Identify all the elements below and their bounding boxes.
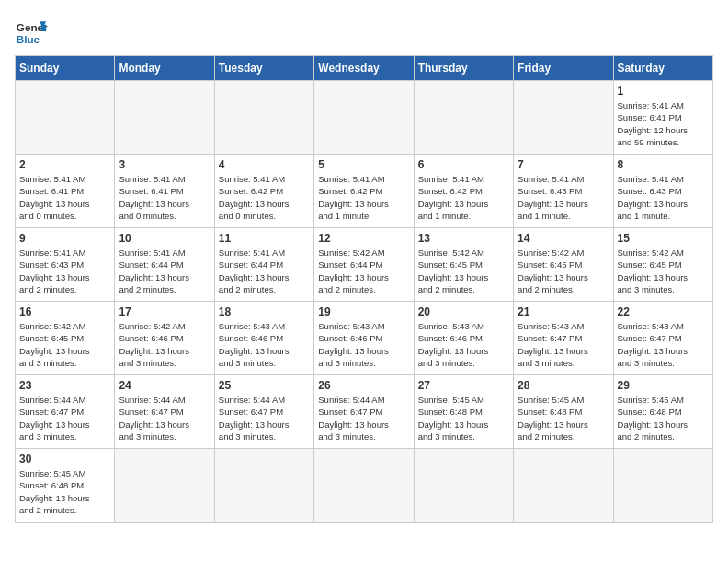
day-number: 25 — [219, 379, 310, 392]
day-info: Sunrise: 5:42 AM Sunset: 6:45 PM Dayligh… — [418, 247, 509, 295]
day-number: 19 — [318, 305, 409, 318]
calendar-cell: 14Sunrise: 5:42 AM Sunset: 6:45 PM Dayli… — [514, 228, 613, 302]
calendar-week-2: 2Sunrise: 5:41 AM Sunset: 6:41 PM Daylig… — [16, 155, 713, 228]
day-info: Sunrise: 5:42 AM Sunset: 6:45 PM Dayligh… — [19, 320, 110, 369]
day-info: Sunrise: 5:43 AM Sunset: 6:47 PM Dayligh… — [518, 320, 609, 369]
day-number: 3 — [119, 158, 210, 171]
day-info: Sunrise: 5:44 AM Sunset: 6:47 PM Dayligh… — [219, 394, 310, 442]
header: General Blue — [15, 15, 713, 48]
calendar-cell: 19Sunrise: 5:43 AM Sunset: 6:46 PM Dayli… — [314, 302, 414, 375]
weekday-header-sunday: Sunday — [16, 56, 115, 81]
day-number: 15 — [618, 232, 709, 245]
calendar-cell: 4Sunrise: 5:41 AM Sunset: 6:42 PM Daylig… — [214, 155, 313, 228]
calendar-cell: 20Sunrise: 5:43 AM Sunset: 6:46 PM Dayli… — [414, 302, 513, 375]
day-number: 14 — [518, 232, 609, 245]
day-number: 29 — [618, 379, 709, 392]
calendar-week-6: 30Sunrise: 5:45 AM Sunset: 6:48 PM Dayli… — [16, 449, 713, 523]
day-info: Sunrise: 5:41 AM Sunset: 6:43 PM Dayligh… — [19, 247, 110, 295]
day-info: Sunrise: 5:41 AM Sunset: 6:41 PM Dayligh… — [119, 173, 210, 222]
day-number: 7 — [518, 158, 609, 171]
logo: General Blue — [15, 15, 48, 48]
day-number: 17 — [119, 305, 210, 318]
day-info: Sunrise: 5:43 AM Sunset: 6:46 PM Dayligh… — [219, 320, 310, 369]
day-info: Sunrise: 5:44 AM Sunset: 6:47 PM Dayligh… — [19, 394, 110, 442]
day-info: Sunrise: 5:43 AM Sunset: 6:47 PM Dayligh… — [618, 320, 709, 369]
calendar-cell: 6Sunrise: 5:41 AM Sunset: 6:42 PM Daylig… — [414, 155, 513, 228]
day-number: 11 — [219, 232, 310, 245]
day-info: Sunrise: 5:42 AM Sunset: 6:45 PM Dayligh… — [618, 247, 709, 295]
calendar-cell: 10Sunrise: 5:41 AM Sunset: 6:44 PM Dayli… — [115, 228, 214, 302]
day-info: Sunrise: 5:45 AM Sunset: 6:48 PM Dayligh… — [19, 467, 110, 516]
weekday-header-thursday: Thursday — [414, 56, 513, 81]
calendar-cell: 30Sunrise: 5:45 AM Sunset: 6:48 PM Dayli… — [16, 449, 115, 523]
calendar-week-3: 9Sunrise: 5:41 AM Sunset: 6:43 PM Daylig… — [16, 228, 713, 302]
calendar-cell — [16, 81, 115, 155]
day-info: Sunrise: 5:41 AM Sunset: 6:42 PM Dayligh… — [219, 173, 310, 222]
day-info: Sunrise: 5:41 AM Sunset: 6:43 PM Dayligh… — [618, 173, 709, 222]
calendar-cell — [115, 449, 214, 523]
day-number: 22 — [618, 305, 709, 318]
day-info: Sunrise: 5:45 AM Sunset: 6:48 PM Dayligh… — [418, 394, 509, 442]
calendar-cell: 15Sunrise: 5:42 AM Sunset: 6:45 PM Dayli… — [613, 228, 712, 302]
day-number: 4 — [219, 158, 310, 171]
day-number: 18 — [219, 305, 310, 318]
day-info: Sunrise: 5:42 AM Sunset: 6:46 PM Dayligh… — [119, 320, 210, 369]
calendar-cell: 18Sunrise: 5:43 AM Sunset: 6:46 PM Dayli… — [214, 302, 313, 375]
day-number: 5 — [318, 158, 409, 171]
day-info: Sunrise: 5:45 AM Sunset: 6:48 PM Dayligh… — [618, 394, 709, 442]
calendar-table: SundayMondayTuesdayWednesdayThursdayFrid… — [15, 55, 713, 523]
calendar-cell: 26Sunrise: 5:44 AM Sunset: 6:47 PM Dayli… — [314, 375, 414, 449]
day-number: 24 — [119, 379, 210, 392]
day-info: Sunrise: 5:41 AM Sunset: 6:44 PM Dayligh… — [219, 247, 310, 295]
calendar-cell: 5Sunrise: 5:41 AM Sunset: 6:42 PM Daylig… — [314, 155, 414, 228]
day-number: 1 — [618, 85, 709, 98]
day-number: 26 — [318, 379, 409, 392]
weekday-header-tuesday: Tuesday — [214, 56, 313, 81]
day-number: 13 — [418, 232, 509, 245]
day-info: Sunrise: 5:41 AM Sunset: 6:42 PM Dayligh… — [318, 173, 409, 222]
day-info: Sunrise: 5:43 AM Sunset: 6:46 PM Dayligh… — [318, 320, 409, 369]
day-number: 27 — [418, 379, 509, 392]
day-number: 16 — [19, 305, 110, 318]
calendar-cell: 23Sunrise: 5:44 AM Sunset: 6:47 PM Dayli… — [16, 375, 115, 449]
calendar-cell: 1Sunrise: 5:41 AM Sunset: 6:41 PM Daylig… — [613, 81, 712, 155]
calendar-cell: 9Sunrise: 5:41 AM Sunset: 6:43 PM Daylig… — [16, 228, 115, 302]
calendar-cell: 27Sunrise: 5:45 AM Sunset: 6:48 PM Dayli… — [414, 375, 513, 449]
calendar-cell — [214, 81, 313, 155]
calendar-cell: 12Sunrise: 5:42 AM Sunset: 6:44 PM Dayli… — [314, 228, 414, 302]
calendar-cell: 29Sunrise: 5:45 AM Sunset: 6:48 PM Dayli… — [613, 375, 712, 449]
day-number: 21 — [518, 305, 609, 318]
calendar-cell — [414, 449, 513, 523]
day-info: Sunrise: 5:41 AM Sunset: 6:44 PM Dayligh… — [119, 247, 210, 295]
day-number: 28 — [518, 379, 609, 392]
calendar-cell — [514, 81, 613, 155]
weekday-header-wednesday: Wednesday — [314, 56, 414, 81]
calendar-cell: 7Sunrise: 5:41 AM Sunset: 6:43 PM Daylig… — [514, 155, 613, 228]
day-number: 2 — [19, 158, 110, 171]
calendar-cell: 21Sunrise: 5:43 AM Sunset: 6:47 PM Dayli… — [514, 302, 613, 375]
calendar-cell — [613, 449, 712, 523]
day-info: Sunrise: 5:41 AM Sunset: 6:43 PM Dayligh… — [518, 173, 609, 222]
weekday-header-monday: Monday — [115, 56, 214, 81]
calendar-cell: 17Sunrise: 5:42 AM Sunset: 6:46 PM Dayli… — [115, 302, 214, 375]
day-number: 20 — [418, 305, 509, 318]
day-number: 23 — [19, 379, 110, 392]
day-info: Sunrise: 5:45 AM Sunset: 6:48 PM Dayligh… — [518, 394, 609, 442]
day-info: Sunrise: 5:42 AM Sunset: 6:45 PM Dayligh… — [518, 247, 609, 295]
svg-text:Blue: Blue — [17, 33, 40, 45]
calendar-cell — [214, 449, 313, 523]
day-number: 30 — [19, 453, 110, 465]
calendar-cell: 11Sunrise: 5:41 AM Sunset: 6:44 PM Dayli… — [214, 228, 313, 302]
day-number: 6 — [418, 158, 509, 171]
calendar-cell: 24Sunrise: 5:44 AM Sunset: 6:47 PM Dayli… — [115, 375, 214, 449]
calendar-cell: 25Sunrise: 5:44 AM Sunset: 6:47 PM Dayli… — [214, 375, 313, 449]
calendar-cell — [514, 449, 613, 523]
calendar-week-5: 23Sunrise: 5:44 AM Sunset: 6:47 PM Dayli… — [16, 375, 713, 449]
svg-marker-3 — [41, 25, 46, 31]
calendar-cell: 28Sunrise: 5:45 AM Sunset: 6:48 PM Dayli… — [514, 375, 613, 449]
calendar-cell — [414, 81, 513, 155]
logo-icon: General Blue — [15, 15, 48, 48]
calendar-cell: 22Sunrise: 5:43 AM Sunset: 6:47 PM Dayli… — [613, 302, 712, 375]
day-info: Sunrise: 5:44 AM Sunset: 6:47 PM Dayligh… — [119, 394, 210, 442]
calendar-week-1: 1Sunrise: 5:41 AM Sunset: 6:41 PM Daylig… — [16, 81, 713, 155]
